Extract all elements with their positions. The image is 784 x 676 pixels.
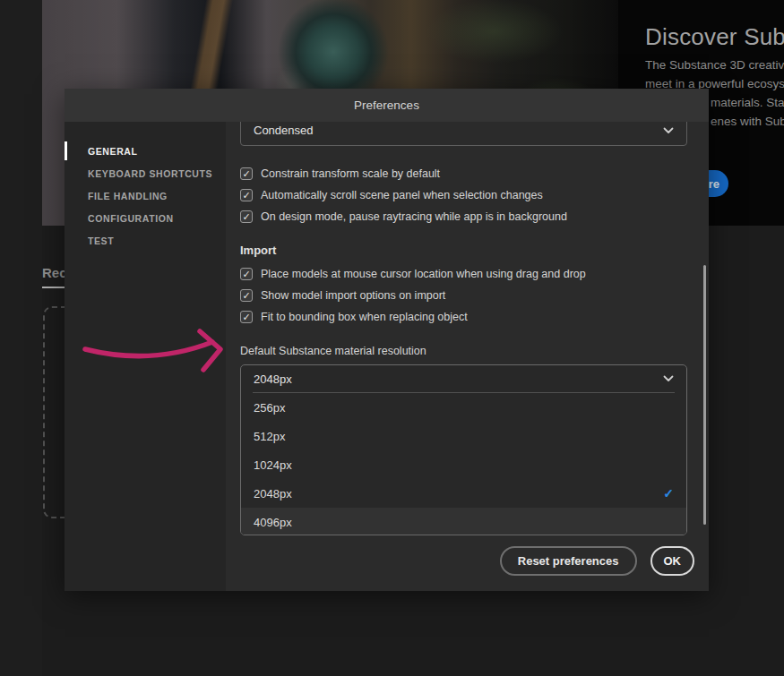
checkbox-label: Show model import options on import — [261, 289, 445, 302]
active-indicator-bar — [65, 141, 67, 160]
checkbox-label: Fit to bounding box when replacing objec… — [261, 311, 468, 323]
discover-text-line: enes with Subs — [711, 115, 784, 128]
checkbox-checked-icon: ✓ — [240, 189, 253, 201]
checkbox-checked-icon: ✓ — [240, 167, 253, 180]
option-4096px[interactable]: 4096px ✓ — [241, 508, 686, 535]
chevron-down-icon — [663, 127, 674, 134]
ok-button[interactable]: OK — [650, 546, 695, 576]
app-left-strip — [0, 0, 42, 676]
sidebar-item-label: TEST — [88, 235, 114, 246]
checkbox-fit-bounding-box[interactable]: ✓ Fit to bounding box when replacing obj… — [240, 309, 468, 325]
option-256px[interactable]: 256px ✓ — [241, 393, 686, 422]
select-value: Condensed — [254, 124, 663, 137]
sidebar-item-file-handling[interactable]: FILE HANDLING — [65, 184, 226, 207]
option-512px[interactable]: 512px ✓ — [241, 422, 686, 450]
sidebar-item-label: GENERAL — [88, 146, 138, 157]
checkbox-auto-scroll-scene-panel[interactable]: ✓ Automatically scroll scene panel when … — [240, 187, 543, 203]
option-label: 4096px — [254, 516, 674, 529]
reset-preferences-button[interactable]: Reset preferences — [500, 546, 637, 576]
option-label: 256px — [254, 401, 674, 415]
sidebar-item-label: KEYBOARD SHORTCUTS — [88, 168, 212, 179]
checkbox-label: On design mode, pause raytracing while a… — [261, 210, 567, 223]
check-icon: ✓ — [663, 486, 674, 501]
sidebar-item-label: FILE HANDLING — [88, 191, 168, 201]
dialog-sidebar: GENERAL KEYBOARD SHORTCUTS FILE HANDLING… — [65, 122, 226, 591]
checkbox-label: Constrain transform scale by default — [261, 167, 440, 180]
checkbox-checked-icon: ✓ — [240, 311, 253, 323]
sidebar-item-label: CONFIGURATION — [88, 213, 174, 224]
checkbox-checked-icon: ✓ — [240, 210, 253, 223]
sidebar-item-test[interactable]: TEST — [65, 229, 226, 252]
checkbox-show-import-options[interactable]: ✓ Show model import options on import — [240, 287, 445, 304]
checkbox-checked-icon: ✓ — [240, 289, 253, 302]
preferences-dialog: Preferences GENERAL KEYBOARD SHORTCUTS F… — [65, 89, 709, 591]
scene-view-select[interactable]: Condensed — [240, 122, 687, 146]
discover-heading: Discover Substa — [645, 23, 784, 51]
sidebar-item-keyboard-shortcuts[interactable]: KEYBOARD SHORTCUTS — [65, 162, 226, 184]
resolution-combobox: 2048px 256px ✓ 512px ✓ 1024px ✓ 2048px — [240, 364, 687, 535]
resolution-field-label: Default Substance material resolution — [240, 345, 426, 357]
checkbox-label: Place models at mouse cursor location wh… — [261, 268, 586, 280]
option-label: 2048px — [254, 487, 663, 501]
dialog-footer: Reset preferences OK — [500, 546, 694, 576]
option-label: 1024px — [254, 458, 674, 472]
dialog-titlebar[interactable]: Preferences — [65, 89, 709, 122]
sidebar-item-general[interactable]: GENERAL — [65, 140, 226, 162]
checkbox-checked-icon: ✓ — [240, 268, 253, 280]
chevron-down-icon — [663, 375, 674, 382]
checkbox-label: Automatically scroll scene panel when se… — [261, 189, 543, 201]
discover-text-line: The Substance 3D creative a — [645, 58, 784, 72]
checkbox-place-models-at-cursor[interactable]: ✓ Place models at mouse cursor location … — [240, 266, 586, 282]
checkbox-constrain-transform[interactable]: ✓ Constrain transform scale by default — [240, 166, 440, 182]
option-2048px[interactable]: 2048px ✓ — [241, 479, 686, 508]
dialog-title: Preferences — [354, 98, 419, 112]
import-section-title: Import — [240, 244, 276, 257]
content-scrollbar-thumb[interactable] — [703, 265, 706, 525]
sidebar-item-configuration[interactable]: CONFIGURATION — [65, 207, 226, 229]
checkbox-pause-raytracing[interactable]: ✓ On design mode, pause raytracing while… — [240, 209, 567, 225]
resolution-select-value-row[interactable]: 2048px — [241, 365, 686, 392]
discover-text-line: materials. Stag — [711, 96, 784, 109]
select-value: 2048px — [254, 372, 663, 386]
dialog-content: Condensed ✓ Constrain transform scale by… — [226, 122, 709, 591]
option-label: 512px — [254, 430, 674, 443]
option-1024px[interactable]: 1024px ✓ — [241, 450, 686, 479]
